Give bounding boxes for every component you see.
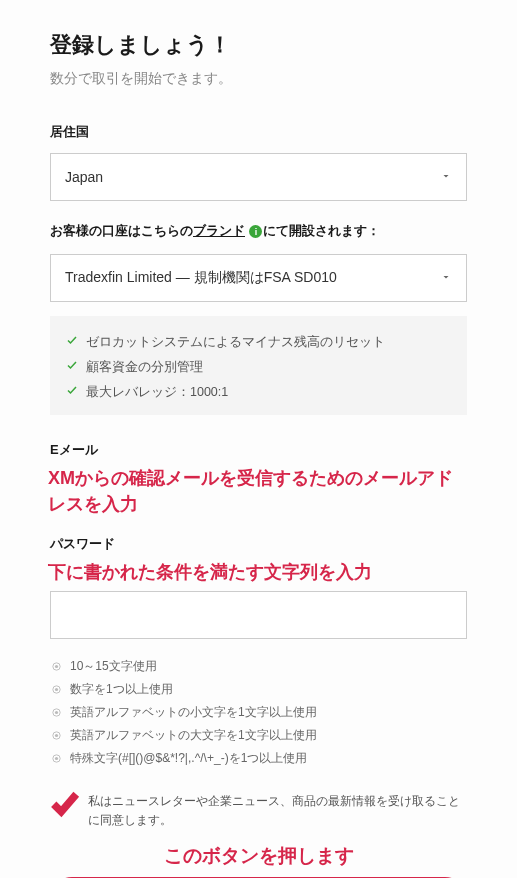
chevron-down-icon — [440, 169, 452, 185]
password-field: パスワード 下に書かれた条件を満たす文字列を入力 10～15文字使用 数字を1つ… — [50, 535, 467, 770]
check-icon — [66, 384, 78, 399]
password-rule: 英語アルファベットの小文字を1文字以上使用 — [50, 701, 467, 724]
svg-point-3 — [54, 688, 57, 691]
password-label: パスワード — [50, 535, 467, 553]
feature-list: ゼロカットシステムによるマイナス残高のリセット 顧客資金の分別管理 最大レバレッ… — [50, 316, 467, 415]
svg-point-1 — [54, 665, 57, 668]
consent-check-icon[interactable] — [50, 788, 80, 823]
circle-icon — [50, 661, 62, 673]
rule-text: 数字を1つ以上使用 — [70, 681, 173, 698]
country-select[interactable]: Japan — [50, 153, 467, 201]
brand-label-pre: お客様の口座はこちらの — [50, 224, 193, 238]
email-field: Eメール XMからの確認メールを受信するためのメールアドレスを入力 — [50, 441, 467, 517]
brand-select[interactable]: Tradexfin Limited — 規制機関はFSA SD010 — [50, 254, 467, 302]
info-icon[interactable]: i — [249, 225, 262, 238]
email-label: Eメール — [50, 441, 467, 459]
feature-text: 最大レバレッジ：1000:1 — [86, 384, 228, 401]
password-input[interactable] — [50, 591, 467, 639]
feature-text: 顧客資金の分別管理 — [86, 359, 203, 376]
check-icon — [66, 359, 78, 374]
feature-text: ゼロカットシステムによるマイナス残高のリセット — [86, 334, 385, 351]
feature-item: ゼロカットシステムによるマイナス残高のリセット — [66, 330, 451, 355]
email-annotation: XMからの確認メールを受信するためのメールアドレスを入力 — [48, 465, 467, 517]
password-rule: 10～15文字使用 — [50, 655, 467, 678]
svg-point-9 — [54, 757, 57, 760]
circle-icon — [50, 707, 62, 719]
feature-item: 最大レバレッジ：1000:1 — [66, 380, 451, 405]
rule-text: 英語アルファベットの小文字を1文字以上使用 — [70, 704, 317, 721]
brand-label: お客様の口座はこちらのブランド iにて開設されます： — [50, 223, 467, 240]
rule-text: 英語アルファベットの大文字を1文字以上使用 — [70, 727, 317, 744]
consent-text: 私はニュースレターや企業ニュース、商品の最新情報を受け取ることに同意します。 — [88, 792, 467, 829]
svg-point-7 — [54, 734, 57, 737]
password-rule: 特殊文字(#[]()@$&*!?|,.^/\+_-)を1つ以上使用 — [50, 747, 467, 770]
feature-item: 顧客資金の分別管理 — [66, 355, 451, 380]
consent-row: 私はニュースレターや企業ニュース、商品の最新情報を受け取ることに同意します。 — [50, 792, 467, 829]
circle-icon — [50, 753, 62, 765]
brand-value: Tradexfin Limited — 規制機関はFSA SD010 — [65, 269, 337, 287]
password-rule: 数字を1つ以上使用 — [50, 678, 467, 701]
brand-field: お客様の口座はこちらのブランド iにて開設されます： Tradexfin Lim… — [50, 223, 467, 415]
circle-icon — [50, 730, 62, 742]
page-subtitle: 数分で取引を開始できます。 — [50, 70, 467, 88]
svg-point-5 — [54, 711, 57, 714]
password-annotation: 下に書かれた条件を満たす文字列を入力 — [48, 559, 467, 585]
check-icon — [66, 334, 78, 349]
brand-link[interactable]: ブランド — [193, 224, 245, 238]
password-rule: 英語アルファベットの大文字を1文字以上使用 — [50, 724, 467, 747]
cta-annotation: このボタンを押します — [50, 843, 467, 869]
chevron-down-icon — [440, 270, 452, 286]
country-field: 居住国 Japan — [50, 123, 467, 201]
country-label: 居住国 — [50, 123, 467, 141]
rule-text: 10～15文字使用 — [70, 658, 157, 675]
page-title: 登録しましょう！ — [50, 30, 467, 60]
brand-label-post: にて開設されます： — [263, 224, 380, 238]
password-rules: 10～15文字使用 数字を1つ以上使用 英語アルファベットの小文字を1文字以上使… — [50, 655, 467, 770]
country-value: Japan — [65, 169, 103, 185]
circle-icon — [50, 684, 62, 696]
rule-text: 特殊文字(#[]()@$&*!?|,.^/\+_-)を1つ以上使用 — [70, 750, 307, 767]
